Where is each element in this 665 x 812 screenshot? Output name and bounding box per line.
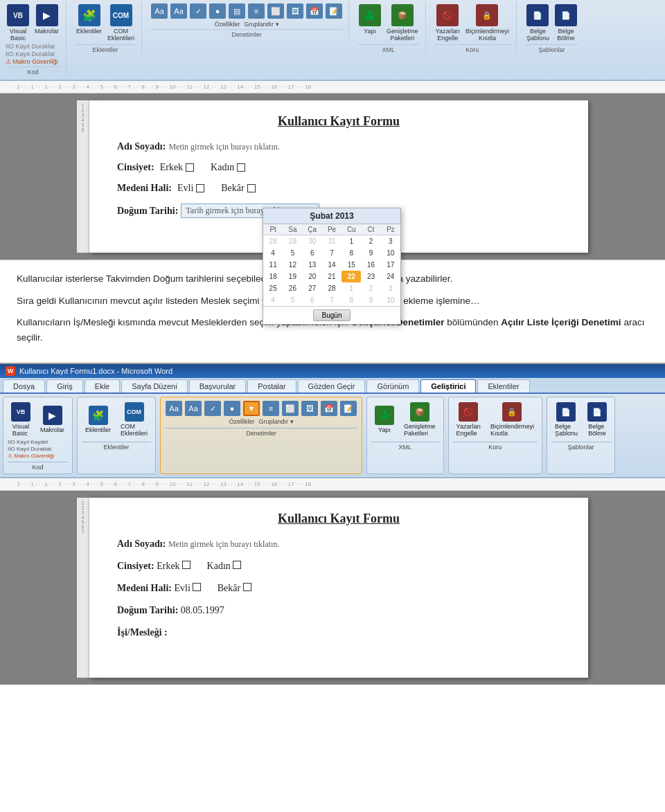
calendar-popup[interactable]: Şubat 2013 Pt Sa Ça Pe Cu Ct Pz 28 29 30… — [263, 208, 401, 325]
tab-ekle[interactable]: Ekle — [85, 379, 120, 393]
r2-genisletme-button[interactable]: 📦 GenişletmePaketleri — [400, 400, 439, 439]
denetim-btn5[interactable]: ▤ — [229, 3, 245, 19]
cal-day-21[interactable]: 21 — [322, 271, 342, 282]
cal-day-10[interactable]: 10 — [381, 247, 400, 259]
b-erkek-checkbox[interactable] — [182, 561, 190, 569]
cal-day-1-next[interactable]: 1 — [342, 282, 361, 294]
r2-makro-guvenligi[interactable]: ⚠ Makro Güvenliği — [8, 453, 68, 459]
tab-gelistirici[interactable]: Geliştirici — [420, 379, 476, 393]
r2-denetim-date[interactable]: 📅 — [321, 401, 337, 416]
denetim-btn9[interactable]: 📅 — [306, 3, 323, 19]
tab-giris[interactable]: Giriş — [46, 379, 83, 393]
r2-visual-basic-button[interactable]: VB VisualBasic — [8, 400, 34, 439]
yapi-button[interactable]: 🌲 Yapı — [357, 3, 382, 43]
grupla-btn[interactable]: Gruplandır ▾ — [245, 21, 279, 28]
kayit-duraklat-label[interactable]: IIO Kayıt Duraklat — [6, 43, 60, 50]
cal-day-11[interactable]: 11 — [263, 259, 283, 271]
ozellikler-btn[interactable]: Özellikler — [215, 21, 240, 28]
r2-denetim-img[interactable]: 🖼 — [301, 401, 318, 416]
cal-day-29-prev[interactable]: 29 — [283, 235, 302, 247]
genisletme-button[interactable]: 📦 GenişletmePaketleri — [385, 3, 420, 43]
denetim-btn6[interactable]: ≡ — [248, 3, 265, 19]
r2-com-button[interactable]: COM COMEklentileri — [117, 400, 151, 439]
cal-day-25[interactable]: 25 — [263, 282, 283, 294]
tab-basvurular[interactable]: Başvurular — [189, 379, 247, 393]
tab-gozden-gecir[interactable]: Gözden Geçir — [298, 379, 366, 393]
cal-day-28-prev[interactable]: 28 — [263, 235, 283, 247]
b-adi-soyadi-hint[interactable]: Metin girmek için burayı tıklatın. — [168, 539, 279, 549]
r2-bicimlendirme-button[interactable]: 🔒 BiçimlendirmeyiKısıtla — [487, 400, 538, 439]
cal-day-13[interactable]: 13 — [303, 259, 322, 271]
r2-makrolar-button[interactable]: ▶ Makrolar — [37, 404, 68, 435]
cal-day-15[interactable]: 15 — [342, 259, 361, 271]
cal-day-24[interactable]: 24 — [381, 271, 400, 282]
cal-day-4-next[interactable]: 4 — [263, 294, 283, 306]
cal-day-3[interactable]: 3 — [381, 235, 400, 247]
r2-yapi-button[interactable]: 🌲 Yapı — [371, 404, 398, 435]
r2-kayit-kaydet[interactable]: IIO Kayıt Kaydet — [8, 439, 68, 445]
b-evli-checkbox[interactable] — [193, 583, 201, 591]
evli-checkbox[interactable] — [196, 184, 204, 192]
belge-bolme-button[interactable]: 📄 BelgeBölme — [553, 3, 578, 43]
b-bekar-checkbox[interactable] — [243, 583, 251, 591]
denetim-btn2[interactable]: Aa — [170, 3, 187, 19]
cal-day-27[interactable]: 27 — [303, 282, 322, 294]
cal-day-6-next[interactable]: 6 — [303, 294, 322, 306]
r2-ozellikler-btn[interactable]: Özellikler — [229, 418, 255, 425]
adi-soyadi-hint[interactable]: Metin girmek için burayı tıklatın. — [168, 142, 279, 152]
kadin-checkbox[interactable] — [237, 163, 245, 172]
cal-day-16[interactable]: 16 — [361, 259, 380, 271]
cal-day-8-next[interactable]: 8 — [342, 294, 361, 306]
cal-day-23[interactable]: 23 — [361, 271, 380, 282]
eklentiler-button[interactable]: 🧩 Eklentiler — [75, 3, 103, 43]
yazarlari-button[interactable]: 🚫 YazarlarıEngelle — [434, 3, 461, 43]
r2-belge-bolme-button[interactable]: 📄 BelgeBölme — [584, 400, 610, 439]
r2-denetim-doc[interactable]: 📝 — [340, 401, 357, 416]
r2-denetim-radio[interactable]: ● — [224, 401, 240, 416]
bicimlendirme-button[interactable]: 🔒 BiçimlendirmeyiKısıtla — [464, 3, 511, 43]
cal-day-9[interactable]: 9 — [361, 247, 380, 259]
visual-basic-button[interactable]: VB VisualBasic — [6, 3, 30, 43]
r2-denetim-rect[interactable]: ⬜ — [282, 401, 299, 416]
r2-denetim-aa1[interactable]: Aa — [166, 401, 182, 416]
cal-day-31-prev[interactable]: 31 — [322, 235, 342, 247]
makrolar-button[interactable]: ▶ Makrolar — [33, 3, 60, 36]
r2-eklentiler-button[interactable]: 🧩 Eklentiler — [82, 404, 114, 435]
cal-day-7-next[interactable]: 7 — [322, 294, 342, 306]
denetim-btn8[interactable]: 🖼 — [287, 3, 303, 19]
makro-guvenligi-label[interactable]: ⚠ Makro Güvenliği — [6, 58, 60, 65]
cal-day-2[interactable]: 2 — [361, 235, 380, 247]
r2-kayit-duraklat[interactable]: IIO Kayıt Duraklat — [8, 446, 68, 452]
cal-day-19[interactable]: 19 — [283, 271, 302, 282]
cal-day-1[interactable]: 1 — [342, 235, 361, 247]
cal-day-2-next[interactable]: 2 — [361, 282, 380, 294]
erkek-checkbox[interactable] — [186, 163, 194, 172]
cal-day-18[interactable]: 18 — [263, 271, 283, 282]
denetim-btn10[interactable]: 📝 — [326, 3, 342, 19]
cal-day-10-next[interactable]: 10 — [381, 294, 400, 306]
cal-day-12[interactable]: 12 — [283, 259, 302, 271]
cal-day-4[interactable]: 4 — [263, 247, 283, 259]
r2-grupla-btn[interactable]: Gruplandır ▾ — [259, 418, 294, 425]
denetim-btn7[interactable]: ⬜ — [267, 3, 284, 19]
tab-sayfa-duzeni[interactable]: Sayfa Düzeni — [121, 379, 187, 393]
cal-day-20[interactable]: 20 — [303, 271, 322, 282]
cal-day-22-today[interactable]: 22 — [342, 271, 361, 282]
belge-sablonu-button[interactable]: 📄 BelgeŞablonu — [525, 3, 551, 43]
cal-day-30-prev[interactable]: 30 — [303, 235, 322, 247]
cal-day-8[interactable]: 8 — [342, 247, 361, 259]
bekar-checkbox[interactable] — [247, 184, 256, 192]
cal-day-14[interactable]: 14 — [322, 259, 342, 271]
r2-denetim-aa2[interactable]: Aa — [185, 401, 202, 416]
b-kadin-checkbox[interactable] — [233, 561, 241, 569]
tab-postalar[interactable]: Postalar — [247, 379, 296, 393]
kayit-duraklat2-label[interactable]: IIO Kayıt Duraklat — [6, 51, 60, 57]
com-eklentileri-button[interactable]: COM COMEklentileri — [106, 3, 136, 43]
cal-day-7[interactable]: 7 — [322, 247, 342, 259]
denetim-btn3[interactable]: ✓ — [190, 3, 206, 19]
r2-denetim-list[interactable]: ≡ — [263, 401, 279, 416]
tab-gorunum[interactable]: Görünüm — [366, 379, 419, 393]
cal-day-26[interactable]: 26 — [283, 282, 302, 294]
cal-day-17[interactable]: 17 — [381, 259, 400, 271]
cal-day-5[interactable]: 5 — [283, 247, 302, 259]
